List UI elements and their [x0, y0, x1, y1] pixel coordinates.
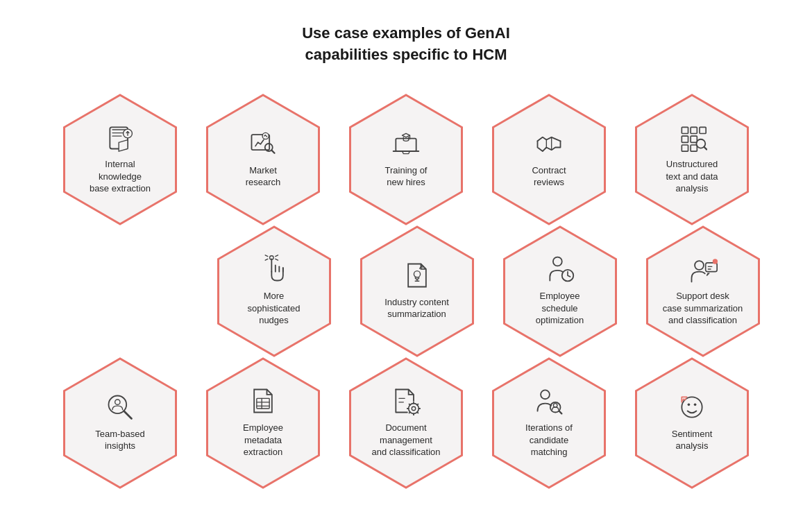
unstructured-text-label: Unstructuredtext and dataanalysis	[666, 158, 718, 195]
market-research-label: Marketresearch	[246, 164, 281, 189]
candidate-matching-label: Iterations ofcandidatematching	[525, 422, 573, 458]
hex-item-sentiment-analysis: Sentimentanalysis	[626, 354, 758, 499]
employee-schedule-icon	[545, 254, 575, 284]
support-desk-icon	[688, 254, 718, 284]
hex-item-candidate-matching: Iterations ofcandidatematching	[483, 354, 615, 499]
industry-content-icon	[402, 260, 432, 291]
hex-item-employee-schedule: Employeescheduleoptimization	[494, 222, 626, 368]
training-new-hires-label: Training ofnew hires	[385, 164, 428, 189]
svg-rect-11	[682, 127, 688, 133]
hex-item-internal-knowledge: Internalknowledgebase extraction	[54, 90, 186, 236]
svg-rect-34	[257, 398, 269, 409]
document-management-label: Documentmanagementand classification	[372, 422, 441, 458]
team-insights-label: Team-basedinsights	[95, 428, 145, 452]
hex-item-training-new-hires: Training ofnew hires	[340, 90, 472, 236]
hex-row-1: Moresophisticatednudges Industry content…	[94, 222, 784, 368]
hex-row-2: Team-basedinsights Employeemetadataextra…	[28, 354, 784, 499]
sophisticated-nudges-icon	[259, 254, 289, 284]
svg-rect-13	[700, 127, 706, 133]
employee-metadata-icon	[248, 386, 278, 416]
svg-rect-14	[682, 136, 688, 142]
svg-rect-28	[705, 263, 716, 272]
contract-reviews-icon	[534, 128, 564, 159]
svg-point-22	[414, 271, 420, 277]
svg-point-39	[541, 390, 550, 399]
hexagon-grid: Internalknowledgebase extraction Marketr…	[28, 90, 784, 502]
sophisticated-nudges-label: Moresophisticatednudges	[248, 290, 301, 327]
svg-point-27	[695, 261, 704, 270]
svg-rect-12	[691, 127, 697, 133]
internal-knowledge-label: Internalknowledgebase extraction	[90, 158, 151, 195]
hex-row-0: Internalknowledgebase extraction Marketr…	[28, 90, 784, 236]
team-insights-icon	[105, 392, 135, 422]
svg-rect-15	[691, 136, 697, 142]
employee-metadata-label: Employeemetadataextraction	[243, 422, 283, 458]
unstructured-text-icon	[677, 122, 707, 153]
svg-point-45	[694, 403, 697, 406]
svg-point-24	[552, 257, 561, 266]
hex-item-industry-content: Industry contentsummarization	[351, 222, 483, 368]
hex-item-team-insights: Team-basedinsights	[54, 354, 186, 499]
hex-item-employee-metadata: Employeemetadataextraction	[197, 354, 329, 499]
industry-content-label: Industry contentsummarization	[384, 296, 449, 320]
hex-item-support-desk: Support deskcase summarizationand classi…	[637, 222, 769, 368]
document-management-icon	[391, 386, 421, 416]
sentiment-analysis-icon	[677, 392, 707, 422]
svg-rect-16	[682, 145, 688, 151]
svg-point-29	[712, 259, 717, 264]
svg-rect-17	[691, 145, 697, 151]
svg-point-44	[688, 403, 691, 406]
hex-item-document-management: Documentmanagementand classification	[340, 354, 472, 499]
hex-item-unstructured-text: Unstructuredtext and dataanalysis	[626, 90, 758, 236]
hex-item-sophisticated-nudges: Moresophisticatednudges	[208, 222, 340, 368]
svg-point-41	[553, 404, 557, 408]
hex-item-contract-reviews: Contractreviews	[483, 90, 615, 236]
internal-knowledge-icon	[105, 122, 135, 153]
sentiment-analysis-label: Sentimentanalysis	[672, 428, 713, 452]
contract-reviews-label: Contractreviews	[532, 164, 566, 189]
market-research-icon	[248, 128, 278, 159]
employee-schedule-label: Employeescheduleoptimization	[536, 290, 584, 327]
page-title: Use case examples of GenAI capabilities …	[28, 23, 784, 66]
training-new-hires-icon	[391, 128, 421, 159]
svg-point-32	[115, 400, 120, 404]
svg-rect-8	[396, 138, 416, 151]
hex-item-market-research: Marketresearch	[197, 90, 329, 236]
support-desk-label: Support deskcase summarizationand classi…	[663, 290, 743, 327]
candidate-matching-icon	[534, 386, 564, 416]
